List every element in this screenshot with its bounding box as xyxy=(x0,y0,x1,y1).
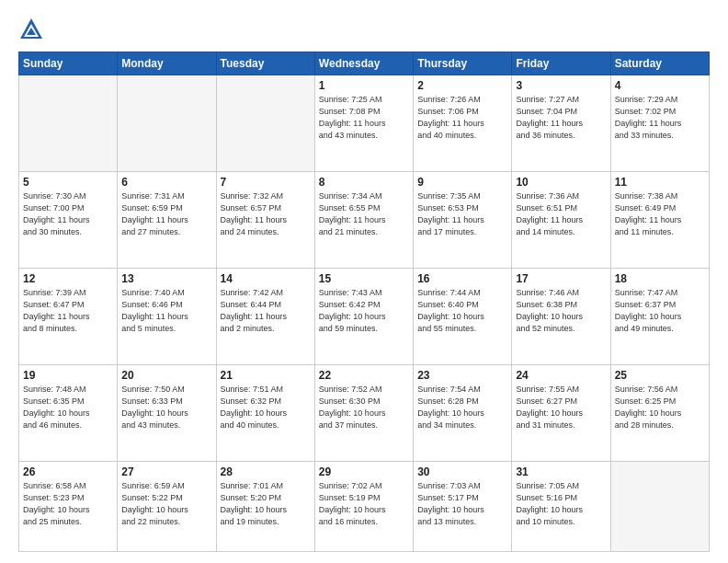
calendar-cell: 6Sunrise: 7:31 AMSunset: 6:59 PMDaylight… xyxy=(118,172,216,269)
calendar-cell: 31Sunrise: 7:05 AMSunset: 5:16 PMDayligh… xyxy=(512,462,610,552)
calendar-cell xyxy=(19,75,118,172)
day-number: 16 xyxy=(417,272,507,285)
day-number: 24 xyxy=(516,369,606,382)
calendar-cell: 24Sunrise: 7:55 AMSunset: 6:27 PMDayligh… xyxy=(512,365,610,462)
calendar-cell: 19Sunrise: 7:48 AMSunset: 6:35 PMDayligh… xyxy=(19,365,118,462)
day-number: 18 xyxy=(615,272,705,285)
day-number: 25 xyxy=(615,369,705,382)
weekday-header-row: SundayMondayTuesdayWednesdayThursdayFrid… xyxy=(19,52,710,75)
calendar-cell: 21Sunrise: 7:51 AMSunset: 6:32 PMDayligh… xyxy=(216,365,314,462)
day-number: 8 xyxy=(319,176,409,189)
day-number: 5 xyxy=(23,176,113,189)
day-info: Sunrise: 7:03 AMSunset: 5:17 PMDaylight:… xyxy=(417,480,507,528)
weekday-header-monday: Monday xyxy=(118,52,216,75)
week-row-4: 19Sunrise: 7:48 AMSunset: 6:35 PMDayligh… xyxy=(19,365,710,462)
day-info: Sunrise: 6:58 AMSunset: 5:23 PMDaylight:… xyxy=(23,480,113,528)
day-number: 7 xyxy=(221,176,311,189)
day-number: 1 xyxy=(319,79,409,92)
day-number: 19 xyxy=(23,369,113,382)
day-info: Sunrise: 7:50 AMSunset: 6:33 PMDaylight:… xyxy=(121,384,211,431)
day-info: Sunrise: 7:39 AMSunset: 6:47 PMDaylight:… xyxy=(23,287,113,335)
day-number: 11 xyxy=(615,176,705,189)
calendar-cell: 12Sunrise: 7:39 AMSunset: 6:47 PMDayligh… xyxy=(19,269,118,365)
week-row-3: 12Sunrise: 7:39 AMSunset: 6:47 PMDayligh… xyxy=(19,269,710,365)
day-number: 17 xyxy=(516,272,606,285)
calendar-cell: 17Sunrise: 7:46 AMSunset: 6:38 PMDayligh… xyxy=(512,269,610,365)
day-number: 28 xyxy=(221,465,311,478)
calendar-cell: 28Sunrise: 7:01 AMSunset: 5:20 PMDayligh… xyxy=(216,462,314,552)
day-info: Sunrise: 7:26 AMSunset: 7:06 PMDaylight:… xyxy=(417,94,507,142)
day-info: Sunrise: 7:36 AMSunset: 6:51 PMDaylight:… xyxy=(516,190,606,238)
day-info: Sunrise: 7:42 AMSunset: 6:44 PMDaylight:… xyxy=(221,287,311,335)
day-number: 27 xyxy=(121,465,211,478)
calendar-cell xyxy=(216,75,314,172)
calendar-cell: 4Sunrise: 7:29 AMSunset: 7:02 PMDaylight… xyxy=(610,75,709,172)
weekday-header-sunday: Sunday xyxy=(19,52,118,75)
day-info: Sunrise: 7:31 AMSunset: 6:59 PMDaylight:… xyxy=(121,190,211,238)
day-info: Sunrise: 7:44 AMSunset: 6:40 PMDaylight:… xyxy=(417,287,507,335)
week-row-1: 1Sunrise: 7:25 AMSunset: 7:08 PMDaylight… xyxy=(19,75,710,172)
day-number: 31 xyxy=(516,465,606,478)
day-number: 30 xyxy=(417,465,507,478)
calendar-table: SundayMondayTuesdayWednesdayThursdayFrid… xyxy=(18,52,710,552)
day-number: 4 xyxy=(615,79,705,92)
calendar-cell: 26Sunrise: 6:58 AMSunset: 5:23 PMDayligh… xyxy=(19,462,118,552)
day-number: 3 xyxy=(516,79,606,92)
weekday-header-saturday: Saturday xyxy=(610,52,709,75)
calendar-cell: 5Sunrise: 7:30 AMSunset: 7:00 PMDaylight… xyxy=(19,172,118,269)
logo-icon xyxy=(18,17,44,42)
day-info: Sunrise: 7:54 AMSunset: 6:28 PMDaylight:… xyxy=(417,384,507,431)
day-info: Sunrise: 7:32 AMSunset: 6:57 PMDaylight:… xyxy=(221,190,311,238)
day-number: 2 xyxy=(417,79,507,92)
day-number: 15 xyxy=(319,272,409,285)
day-number: 20 xyxy=(121,369,211,382)
day-number: 12 xyxy=(23,272,113,285)
day-number: 9 xyxy=(417,176,507,189)
calendar-cell: 2Sunrise: 7:26 AMSunset: 7:06 PMDaylight… xyxy=(414,75,512,172)
calendar-cell: 1Sunrise: 7:25 AMSunset: 7:08 PMDaylight… xyxy=(314,75,413,172)
day-info: Sunrise: 7:48 AMSunset: 6:35 PMDaylight:… xyxy=(23,384,113,431)
calendar-cell xyxy=(118,75,216,172)
day-info: Sunrise: 7:46 AMSunset: 6:38 PMDaylight:… xyxy=(516,287,606,335)
day-info: Sunrise: 7:43 AMSunset: 6:42 PMDaylight:… xyxy=(319,287,409,335)
day-info: Sunrise: 7:35 AMSunset: 6:53 PMDaylight:… xyxy=(417,190,507,238)
calendar-cell: 15Sunrise: 7:43 AMSunset: 6:42 PMDayligh… xyxy=(314,269,413,365)
calendar-cell: 30Sunrise: 7:03 AMSunset: 5:17 PMDayligh… xyxy=(414,462,512,552)
weekday-header-tuesday: Tuesday xyxy=(216,52,314,75)
day-number: 10 xyxy=(516,176,606,189)
calendar-cell xyxy=(610,462,709,552)
calendar-cell: 11Sunrise: 7:38 AMSunset: 6:49 PMDayligh… xyxy=(610,172,709,269)
calendar-cell: 29Sunrise: 7:02 AMSunset: 5:19 PMDayligh… xyxy=(314,462,413,552)
calendar-cell: 3Sunrise: 7:27 AMSunset: 7:04 PMDaylight… xyxy=(512,75,610,172)
calendar-cell: 18Sunrise: 7:47 AMSunset: 6:37 PMDayligh… xyxy=(610,269,709,365)
day-number: 14 xyxy=(221,272,311,285)
day-info: Sunrise: 7:38 AMSunset: 6:49 PMDaylight:… xyxy=(615,190,705,238)
page: SundayMondayTuesdayWednesdayThursdayFrid… xyxy=(0,0,728,563)
day-number: 22 xyxy=(319,369,409,382)
week-row-5: 26Sunrise: 6:58 AMSunset: 5:23 PMDayligh… xyxy=(19,462,710,552)
logo xyxy=(18,17,48,42)
day-info: Sunrise: 7:47 AMSunset: 6:37 PMDaylight:… xyxy=(615,287,705,335)
day-info: Sunrise: 7:30 AMSunset: 7:00 PMDaylight:… xyxy=(23,190,113,238)
day-info: Sunrise: 7:34 AMSunset: 6:55 PMDaylight:… xyxy=(319,190,409,238)
calendar-cell: 13Sunrise: 7:40 AMSunset: 6:46 PMDayligh… xyxy=(118,269,216,365)
weekday-header-thursday: Thursday xyxy=(414,52,512,75)
day-info: Sunrise: 7:40 AMSunset: 6:46 PMDaylight:… xyxy=(121,287,211,335)
weekday-header-wednesday: Wednesday xyxy=(314,52,413,75)
day-info: Sunrise: 7:01 AMSunset: 5:20 PMDaylight:… xyxy=(221,480,311,528)
calendar-cell: 20Sunrise: 7:50 AMSunset: 6:33 PMDayligh… xyxy=(118,365,216,462)
weekday-header-friday: Friday xyxy=(512,52,610,75)
day-info: Sunrise: 7:05 AMSunset: 5:16 PMDaylight:… xyxy=(516,480,606,528)
day-info: Sunrise: 7:29 AMSunset: 7:02 PMDaylight:… xyxy=(615,94,705,142)
day-info: Sunrise: 7:56 AMSunset: 6:25 PMDaylight:… xyxy=(615,384,705,431)
calendar-cell: 7Sunrise: 7:32 AMSunset: 6:57 PMDaylight… xyxy=(216,172,314,269)
day-number: 6 xyxy=(121,176,211,189)
day-info: Sunrise: 7:51 AMSunset: 6:32 PMDaylight:… xyxy=(221,384,311,431)
week-row-2: 5Sunrise: 7:30 AMSunset: 7:00 PMDaylight… xyxy=(19,172,710,269)
header xyxy=(18,17,710,42)
day-number: 29 xyxy=(319,465,409,478)
calendar-cell: 8Sunrise: 7:34 AMSunset: 6:55 PMDaylight… xyxy=(314,172,413,269)
day-number: 13 xyxy=(121,272,211,285)
day-info: Sunrise: 7:52 AMSunset: 6:30 PMDaylight:… xyxy=(319,384,409,431)
calendar-cell: 9Sunrise: 7:35 AMSunset: 6:53 PMDaylight… xyxy=(414,172,512,269)
